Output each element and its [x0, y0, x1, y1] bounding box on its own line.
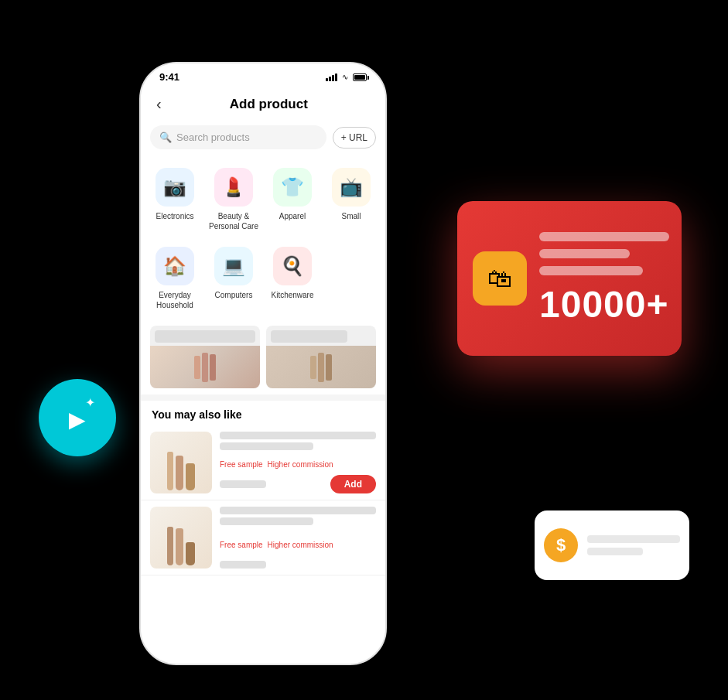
category-item-computers[interactable]: 💻 Computers [206, 241, 261, 316]
bottle-icon-2 [176, 456, 183, 490]
household-icon-wrap: 🏠 [156, 247, 194, 285]
play-button: ▶ [69, 408, 86, 432]
product-list-item-1: Free sample Higher commission Add [141, 425, 385, 500]
free-sample-tag-2: Free sample [220, 541, 263, 549]
dollar-bar-2 [587, 548, 643, 555]
electronics-icon-wrap: 📷 [156, 168, 194, 207]
category-grid: 📷 Electronics 💄 Beauty & Personal Care 👕… [141, 159, 385, 319]
product-card-top-bar-2 [271, 330, 347, 343]
search-input: Search products [176, 131, 250, 143]
search-row: 🔍 Search products + URL [141, 125, 385, 159]
price-bar-2 [220, 561, 266, 569]
scene: 9:41 ∿ ‹ Add product [0, 0, 728, 700]
red-card-content: 10000+ [539, 232, 669, 326]
category-label-kitchenware: Kitchenware [271, 290, 313, 300]
category-item-electronics[interactable]: 📷 Electronics [147, 162, 203, 237]
product-bottom-1: Add [220, 475, 376, 493]
product-card-mini-1[interactable] [150, 326, 260, 388]
product-thumbnail-1 [150, 432, 212, 493]
red-card-number: 10000+ [539, 283, 669, 326]
category-item-household[interactable]: 🏠 Everyday Household [147, 241, 203, 316]
section-title: You may also like [141, 401, 385, 425]
product-card-mini-2[interactable] [266, 326, 376, 388]
category-label-apparel: Apparel [279, 211, 306, 221]
battery-icon [353, 73, 367, 81]
back-button[interactable]: ‹ [153, 92, 165, 116]
category-label-beauty: Beauty & Personal Care [209, 211, 258, 231]
product-name-bar-short [220, 442, 313, 450]
product-name-bar [220, 432, 376, 439]
category-item-apparel[interactable]: 👕 Apparel [265, 162, 320, 237]
computers-icon-wrap: 💻 [214, 247, 253, 285]
divider [141, 394, 385, 401]
product-bottom-2 [220, 561, 376, 569]
status-bar: 9:41 ∿ [141, 63, 385, 86]
small-icon-wrap: 📺 [332, 168, 371, 207]
product-name-bar-short-2 [220, 517, 313, 525]
phone-mockup: 9:41 ∿ ‹ Add product [139, 62, 387, 665]
category-item-beauty[interactable]: 💄 Beauty & Personal Care [206, 162, 261, 237]
search-box[interactable]: 🔍 Search products [150, 125, 326, 149]
dollar-icon: $ [544, 528, 578, 562]
url-button[interactable]: + URL [333, 127, 376, 149]
red-card-bar-2 [539, 249, 630, 258]
red-card-bar-1 [539, 232, 669, 241]
signal-icon [326, 73, 337, 81]
product-thumbnail-2 [150, 507, 212, 569]
higher-commission-tag-2: Higher commission [268, 541, 333, 549]
tv-circle: ▶ ✦ [39, 379, 116, 456]
apparel-icon-wrap: 👕 [273, 168, 312, 207]
product-card-top-bar [155, 330, 255, 343]
higher-commission-tag-1: Higher commission [268, 460, 333, 469]
bottle-icon-6 [186, 542, 195, 565]
product-card-image-2 [266, 346, 376, 388]
dollar-card: $ [535, 510, 689, 580]
search-icon: 🔍 [159, 131, 172, 143]
category-item-small[interactable]: 📺 Small [323, 162, 379, 237]
product-tags-2: Free sample Higher commission [220, 541, 376, 549]
product-cards-row [141, 319, 385, 394]
product-name-bar-2 [220, 507, 376, 514]
category-label-small: Small [341, 211, 361, 221]
play-icon: ▶ ✦ [69, 401, 86, 434]
category-label-household: Everyday Household [150, 290, 200, 310]
add-button-1[interactable]: Add [330, 475, 376, 493]
app-header: ‹ Add product [141, 86, 385, 125]
bottle-icon-1 [167, 452, 173, 490]
bottle-icon-5 [176, 528, 183, 565]
kitchenware-icon-wrap: 🍳 [273, 247, 312, 285]
dollar-bars [587, 535, 680, 555]
dollar-bar-1 [587, 535, 680, 543]
product-info-2: Free sample Higher commission [220, 507, 376, 569]
bottle-icon-4 [167, 527, 173, 565]
status-icons: ∿ [326, 73, 367, 81]
product-card-image [150, 346, 260, 388]
wifi-icon: ∿ [342, 73, 348, 81]
red-card: 🛍 10000+ [457, 201, 682, 356]
beauty-icon-wrap: 💄 [214, 168, 253, 207]
red-card-bar-3 [539, 266, 643, 275]
bottle-icon-3 [186, 463, 195, 490]
product-info-1: Free sample Higher commission Add [220, 432, 376, 493]
category-label-computers: Computers [215, 290, 253, 300]
product-tags-1: Free sample Higher commission [220, 460, 376, 469]
free-sample-tag-1: Free sample [220, 460, 263, 469]
shopping-bag-icon: 🛍 [473, 251, 527, 306]
category-item-kitchenware[interactable]: 🍳 Kitchenware [265, 241, 320, 316]
status-time: 9:41 [159, 71, 179, 83]
price-bar-1 [220, 480, 266, 488]
page-title: Add product [165, 97, 373, 112]
product-list-item-2: Free sample Higher commission [141, 500, 385, 575]
category-label-electronics: Electronics [156, 211, 194, 221]
sparkle-icon: ✦ [85, 395, 95, 410]
bag-emoji: 🛍 [487, 265, 512, 293]
